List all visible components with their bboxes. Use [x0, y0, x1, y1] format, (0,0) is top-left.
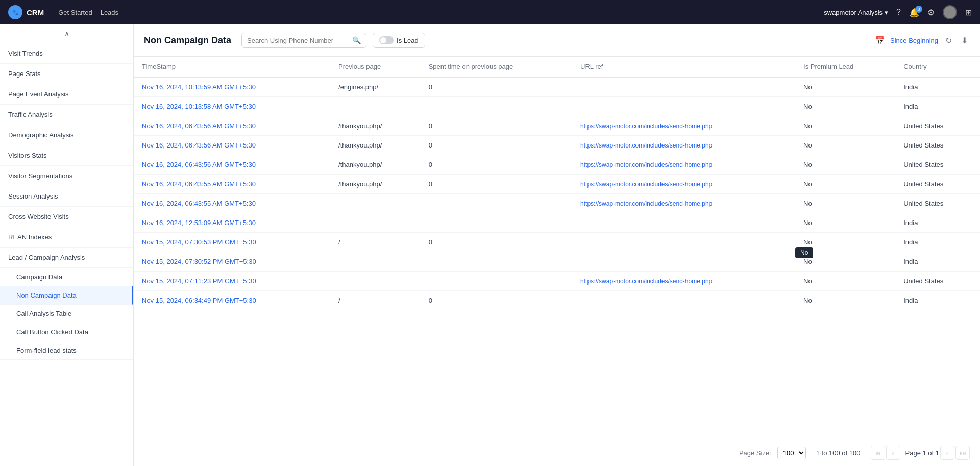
sidebar-item-page-event-analysis[interactable]: Page Event Analysis: [0, 84, 133, 105]
sidebar-collapse-area: ∧: [0, 24, 133, 43]
workspace-name: swapmotor Analysis: [824, 9, 883, 16]
table-cell: 0: [421, 175, 572, 194]
table-cell: Nov 16, 2024, 06:43:55 AM GMT+5:30: [134, 175, 330, 194]
sidebar-item-non-campaign-data[interactable]: Non Campaign Data: [0, 286, 133, 305]
sidebar-item-form-field-lead-stats[interactable]: Form-field lead stats: [0, 341, 133, 360]
sidebar-item-traffic-analysis[interactable]: Traffic Analysis: [0, 105, 133, 125]
table-cell: United States: [895, 175, 980, 194]
sidebar-item-lead-campaign-analysis[interactable]: Lead / Campaign Analysis: [0, 248, 133, 268]
sidebar-item-label: Campaign Data: [16, 273, 62, 281]
col-header-country: Country: [895, 57, 980, 77]
nav-get-started[interactable]: Get Started: [58, 9, 92, 16]
grid-menu-button[interactable]: ⊞: [965, 8, 972, 17]
nav-right: swapmotor Analysis ▾ ? 🔔 0 ⚙ ⊞: [824, 5, 972, 19]
sidebar-item-call-button-clicked-data[interactable]: Call Button Clicked Data: [0, 323, 133, 341]
table-cell: [330, 272, 421, 291]
table-row: Nov 16, 2024, 06:43:56 AM GMT+5:30/thank…: [134, 155, 980, 175]
search-input[interactable]: [247, 37, 349, 44]
col-header-spent-time: Spent time on previous page: [421, 57, 572, 77]
sidebar-item-call-analysis-table[interactable]: Call Analysis Table: [0, 305, 133, 323]
is-lead-toggle[interactable]: [379, 36, 394, 44]
table-cell: 0: [421, 77, 572, 97]
sidebar-item-label: Visitor Segmentations: [8, 172, 72, 180]
header-right: 📅 Since Beginning ↻ ⬇: [875, 34, 970, 47]
sidebar-collapse-button[interactable]: ∧: [64, 30, 69, 38]
table-cell: [572, 252, 795, 272]
table-cell: India: [895, 77, 980, 97]
sidebar-item-visitors-stats[interactable]: Visitors Stats: [0, 145, 133, 166]
nav-links: Get Started Leads: [58, 9, 118, 16]
first-page-button[interactable]: ⏮: [871, 446, 885, 460]
sidebar-item-label: Call Button Clicked Data: [16, 328, 88, 336]
logo-icon: 🐾: [8, 5, 22, 19]
sidebar-item-label: Session Analysis: [8, 192, 58, 200]
sidebar-item-cross-website-visits[interactable]: Cross Website Visits: [0, 207, 133, 227]
notification-badge: 0: [915, 6, 922, 13]
page-size-select[interactable]: 100 10 25 50: [777, 447, 806, 459]
table-cell: [330, 97, 421, 116]
table-cell: No: [795, 194, 895, 213]
sidebar-item-visitor-segmentations[interactable]: Visitor Segmentations: [0, 166, 133, 186]
table-cell: https://swap-motor.com/includes/send-hom…: [572, 155, 795, 175]
table-cell: https://swap-motor.com/includes/send-hom…: [572, 194, 795, 213]
table-cell: India: [895, 291, 980, 310]
table-cell: NoNo: [795, 233, 895, 252]
table-cell: [572, 213, 795, 233]
table-cell: No: [795, 77, 895, 97]
sidebar-item-label: Cross Website Visits: [8, 213, 69, 220]
sidebar-item-session-analysis[interactable]: Session Analysis: [0, 186, 133, 207]
download-button[interactable]: ⬇: [959, 34, 970, 47]
table-cell: United States: [895, 136, 980, 155]
table-cell: Nov 15, 2024, 07:30:53 PM GMT+5:30: [134, 233, 330, 252]
table-cell: 0: [421, 136, 572, 155]
nav-leads[interactable]: Leads: [101, 9, 118, 16]
table-cell: /engines.php/: [330, 77, 421, 97]
settings-button[interactable]: ⚙: [927, 8, 935, 17]
table-row: Nov 16, 2024, 06:43:55 AM GMT+5:30https:…: [134, 194, 980, 213]
toggle-knob: [380, 37, 386, 43]
sidebar-item-label: Non Campaign Data: [16, 291, 77, 299]
table-cell: No: [795, 155, 895, 175]
table-cell: /thankyou.php/: [330, 155, 421, 175]
sidebar-item-label: Lead / Campaign Analysis: [8, 254, 85, 261]
sidebar-item-campaign-data[interactable]: Campaign Data: [0, 268, 133, 286]
sidebar-item-label: REAN Indexes: [8, 233, 52, 241]
refresh-button[interactable]: ↻: [943, 34, 954, 47]
table-cell: [572, 77, 795, 97]
sidebar-item-visit-trends[interactable]: Visit Trends: [0, 43, 133, 64]
table-footer: Page Size: 100 10 25 50 1 to 100 of 100 …: [134, 439, 980, 466]
table-cell: Nov 16, 2024, 06:43:56 AM GMT+5:30: [134, 136, 330, 155]
table-cell: /: [330, 233, 421, 252]
sidebar-item-page-stats[interactable]: Page Stats: [0, 64, 133, 84]
brand-logo[interactable]: 🐾 CRM: [8, 5, 44, 19]
table-cell: [572, 233, 795, 252]
brand-name: CRM: [27, 8, 44, 17]
prev-page-button[interactable]: ‹: [886, 446, 900, 460]
table-cell: [572, 291, 795, 310]
tooltip: No: [795, 247, 813, 258]
main-layout: ∧ Visit Trends Page Stats Page Event Ana…: [0, 24, 980, 466]
search-icon: 🔍: [352, 36, 361, 44]
table-body: Nov 16, 2024, 10:13:59 AM GMT+5:30/engin…: [134, 77, 980, 310]
sidebar-item-rean-indexes[interactable]: REAN Indexes: [0, 227, 133, 248]
table-cell: /thankyou.php/: [330, 175, 421, 194]
page-size-label: Page Size:: [739, 449, 771, 457]
workspace-selector[interactable]: swapmotor Analysis ▾: [824, 9, 888, 16]
last-page-button[interactable]: ⏭: [955, 446, 970, 460]
table-row: Nov 15, 2024, 07:30:53 PM GMT+5:30/0NoNo…: [134, 233, 980, 252]
is-lead-label: Is Lead: [397, 37, 419, 44]
avatar[interactable]: [943, 5, 957, 19]
sidebar-item-label: Traffic Analysis: [8, 111, 53, 118]
next-page-button[interactable]: ›: [940, 446, 954, 460]
table-cell: United States: [895, 116, 980, 136]
notifications-button[interactable]: 🔔 0: [909, 8, 919, 17]
help-button[interactable]: ?: [896, 8, 901, 17]
sidebar-item-label: Form-field lead stats: [16, 347, 77, 354]
sidebar-item-label: Demographic Analysis: [8, 131, 74, 139]
date-filter-label[interactable]: Since Beginning: [890, 37, 938, 44]
sidebar-item-demographic-analysis[interactable]: Demographic Analysis: [0, 125, 133, 145]
table-cell: 0: [421, 291, 572, 310]
is-lead-filter[interactable]: Is Lead: [373, 33, 425, 48]
table-cell: Nov 16, 2024, 10:13:58 AM GMT+5:30: [134, 97, 330, 116]
pagination-range: 1 to 100 of 100: [816, 449, 861, 457]
